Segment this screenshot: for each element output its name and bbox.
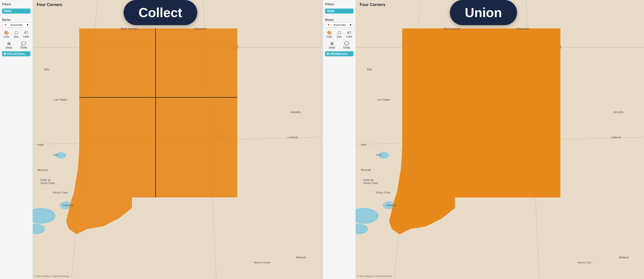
union-marks-grid: 🎨 Color ⬡ Size 🏷 Label bbox=[325, 30, 353, 39]
filters-label: Filters bbox=[2, 3, 30, 6]
union-color-icon: 🎨 bbox=[327, 30, 332, 35]
color-icon: 🎨 bbox=[4, 30, 9, 35]
collect-map-bg: Four Corners 80 40 bbox=[33, 0, 321, 279]
collect-map-area: Four Corners 80 40 bbox=[33, 0, 321, 279]
collect-filter-tag[interactable]: State bbox=[2, 9, 30, 14]
tooltip-label: Tooltip bbox=[20, 46, 27, 49]
union-label-label: Label bbox=[346, 35, 352, 38]
detail-icon: ⊞ bbox=[7, 41, 11, 46]
collect-map-title: Four Corners bbox=[37, 3, 62, 7]
union-detail-button[interactable]: ⊞ Detail bbox=[325, 40, 339, 50]
label-icon: 🏷 bbox=[24, 30, 28, 35]
union-map-svg: 80 40 bbox=[356, 0, 644, 279]
collect-badge-container: Collect bbox=[124, 0, 197, 25]
collect-panel: Filters State Marks 🔻 Automatic ▼ 🎨 Colo… bbox=[0, 0, 321, 279]
svg-point-12 bbox=[56, 152, 66, 158]
union-size-button[interactable]: ⬡ Size bbox=[335, 30, 344, 39]
union-map-bg: Four Corners 80 40 bbox=[356, 0, 644, 279]
collect-badge: Collect bbox=[124, 0, 197, 25]
collect-tooltip-button[interactable]: 💬 Tooltip bbox=[17, 40, 31, 50]
union-filter-tag[interactable]: State bbox=[325, 9, 353, 14]
collect-marks-grid: 🎨 Color ⬡ Size 🏷 Label bbox=[2, 30, 30, 39]
union-badge-container: Union bbox=[450, 0, 517, 25]
detail-label: Detail bbox=[6, 46, 12, 49]
union-color-button[interactable]: 🎨 Color bbox=[325, 30, 334, 39]
collect-label-button[interactable]: 🏷 Label bbox=[22, 30, 30, 39]
collect-detail-button[interactable]: ⊞ Detail bbox=[2, 40, 16, 50]
union-size-icon: ⬡ bbox=[338, 30, 341, 35]
union-pill-label: UNION(Geome... bbox=[330, 53, 349, 55]
union-panel: Filters State Marks 🔻 Automatic ▼ 🎨 Colo… bbox=[323, 0, 644, 279]
collect-copyright: © 2024 Mapbox © OpenStreetMap bbox=[34, 275, 69, 277]
collect-pill[interactable]: ⊞ COLLECT(Geo... bbox=[2, 51, 30, 56]
union-dropdown-text: Automatic bbox=[334, 23, 346, 26]
union-sidebar: Filters State Marks 🔻 Automatic ▼ 🎨 Colo… bbox=[323, 0, 356, 279]
union-copyright: © 2024 Mapbox © OpenStreetMap bbox=[357, 275, 392, 277]
union-detail-label: Detail bbox=[329, 46, 335, 49]
union-map-area: Four Corners 80 40 bbox=[356, 0, 644, 279]
union-pill[interactable]: ⊞ UNION(Geome... bbox=[325, 51, 353, 56]
union-tooltip-icon: 💬 bbox=[344, 41, 349, 46]
union-tooltip-label: Tooltip bbox=[343, 46, 350, 49]
svg-rect-13 bbox=[79, 28, 156, 97]
union-badge: Union bbox=[450, 0, 517, 25]
union-size-label: Size bbox=[337, 35, 342, 38]
union-map-title: Four Corners bbox=[360, 3, 385, 7]
panel-divider bbox=[321, 0, 323, 279]
union-pill-icon: ⊞ bbox=[327, 52, 329, 56]
union-tooltip-button[interactable]: 💬 Tooltip bbox=[340, 40, 354, 50]
svg-rect-16 bbox=[156, 97, 237, 197]
marks-label-collect: Marks bbox=[2, 18, 30, 22]
collect-dropdown-text: Automatic bbox=[11, 23, 23, 26]
label-label: Label bbox=[23, 35, 29, 38]
union-color-label: Color bbox=[327, 35, 333, 38]
union-detail-icon: ⊞ bbox=[330, 41, 334, 46]
color-label: Color bbox=[4, 35, 10, 38]
union-label-icon: 🏷 bbox=[347, 30, 351, 35]
union-dropdown-arrow: ▼ bbox=[349, 23, 352, 26]
collect-marks-dropdown[interactable]: 🔻 Automatic ▼ bbox=[2, 22, 30, 28]
collect-marks-row2: ⊞ Detail 💬 Tooltip bbox=[2, 40, 30, 50]
collect-size-button[interactable]: ⬡ Size bbox=[12, 30, 21, 39]
collect-pill-label: COLLECT(Geo... bbox=[7, 53, 26, 55]
size-label: Size bbox=[14, 35, 19, 38]
marks-section-collect: Marks 🔻 Automatic ▼ 🎨 Color ⬡ Size 🏷 Lab… bbox=[2, 18, 30, 56]
svg-rect-14 bbox=[156, 28, 237, 97]
collect-dropdown-arrow: ▼ bbox=[26, 23, 29, 26]
collect-sidebar: Filters State Marks 🔻 Automatic ▼ 🎨 Colo… bbox=[0, 0, 33, 279]
marks-section-union: Marks 🔻 Automatic ▼ 🎨 Color ⬡ Size 🏷 Lab… bbox=[325, 18, 353, 56]
collect-map-svg: 80 40 bbox=[33, 0, 321, 279]
collect-color-button[interactable]: 🎨 Color bbox=[2, 30, 11, 39]
svg-point-31 bbox=[379, 152, 389, 158]
union-marks-row2: ⊞ Detail 💬 Tooltip bbox=[325, 40, 353, 50]
marks-label-union: Marks bbox=[325, 18, 353, 22]
union-label-button[interactable]: 🏷 Label bbox=[345, 30, 353, 39]
union-marks-dropdown[interactable]: 🔻 Automatic ▼ bbox=[325, 22, 353, 28]
collect-pill-icon: ⊞ bbox=[4, 52, 6, 56]
size-icon: ⬡ bbox=[15, 30, 18, 35]
union-filters-label: Filters bbox=[325, 3, 353, 6]
tooltip-icon: 💬 bbox=[21, 41, 26, 46]
